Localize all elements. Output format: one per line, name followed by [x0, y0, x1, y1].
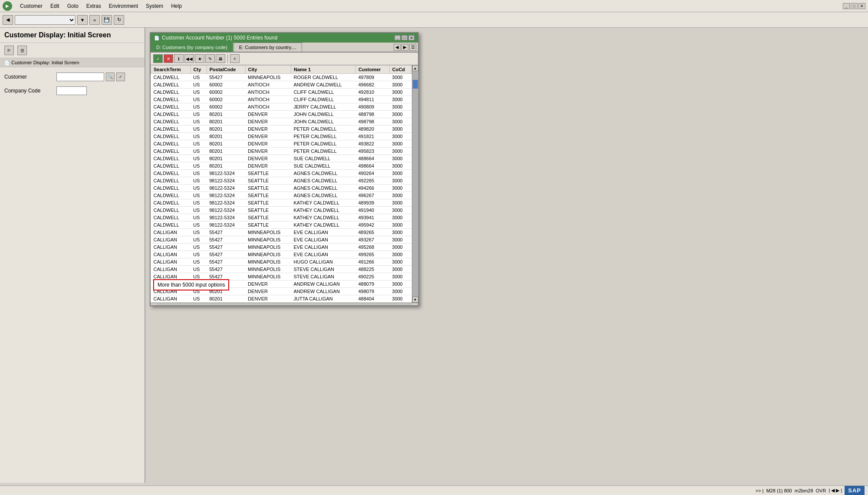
table-row[interactable]: CALLIGANUS55427MINNEAPOLISHUGO CALLIGAN4…: [151, 258, 412, 266]
col-header-searchterm[interactable]: SearchTerm: [151, 66, 191, 74]
table-row[interactable]: CALLIGANUS55427MINNEAPOLISEVE CALLIGAN49…: [151, 251, 412, 258]
customer-search-button[interactable]: 🔍: [106, 73, 115, 81]
maximize-button[interactable]: □: [851, 3, 858, 9]
tab-company-code[interactable]: D: Customers (by company code): [151, 43, 233, 52]
table-row[interactable]: CALDWELLUS98122-5324SEATTLEKATHEY CALDWE…: [151, 207, 412, 214]
table-row[interactable]: CALDWELLUS80201DENVERJOHN CALDWELL488798…: [151, 111, 412, 118]
table-row[interactable]: CALDWELLUS98122-5324SEATTLEAGNES CALDWEL…: [151, 177, 412, 185]
menu-environment[interactable]: Environment: [105, 2, 141, 10]
confirm-button[interactable]: ✓: [153, 54, 163, 63]
table-cell: 3000: [389, 214, 411, 221]
table-row[interactable]: CALDWELLUS80201DENVERPETER CALDWELL49582…: [151, 148, 412, 155]
menu-system[interactable]: System: [142, 2, 167, 10]
table-row[interactable]: CALDWELLUS80201DENVERPETER CALDWELL49182…: [151, 133, 412, 140]
scroll-down-button[interactable]: ▼: [412, 297, 418, 303]
table-cell: 55427: [207, 251, 245, 258]
modal-maximize[interactable]: □: [401, 35, 408, 40]
table-row[interactable]: CALDWELLUS98122-5324SEATTLEAGNES CALDWEL…: [151, 185, 412, 192]
toolbar-dropdown[interactable]: [15, 15, 76, 25]
table-cell: US: [191, 81, 207, 89]
table-cell: DENVER: [245, 125, 291, 133]
table-row[interactable]: CALLIGANUS55427MINNEAPOLISEVE CALLIGAN49…: [151, 236, 412, 244]
table-cell: 3000: [389, 81, 411, 89]
table-row[interactable]: CALDWELLUS80201DENVERPETER CALDWELL48982…: [151, 125, 412, 133]
table-row[interactable]: CALDWELLUS60002ANTIOCHCLIFF CALDWELL4948…: [151, 96, 412, 103]
back-button[interactable]: ◀: [3, 15, 13, 25]
app-logo: ▶: [3, 1, 12, 11]
customer-input[interactable]: [56, 73, 104, 81]
menu-customer[interactable]: Customer: [16, 2, 46, 10]
close-button[interactable]: ✕: [858, 3, 865, 9]
col-header-cty[interactable]: Cty: [191, 66, 207, 74]
company-code-input-group: [56, 86, 87, 95]
table-row[interactable]: CALLIGANUS55427MINNEAPOLISSTEVE CALLIGAN…: [151, 266, 412, 273]
toolbar-dropdown-arrow[interactable]: ▼: [77, 15, 88, 25]
table-cell: ANDREW CALLIGAN: [291, 288, 356, 295]
table-row[interactable]: CALDWELLUS80201DENVERPETER CALDWELL49382…: [151, 140, 412, 148]
table-row[interactable]: CALDWELLUS60002ANTIOCHCLIFF CALDWELL4928…: [151, 89, 412, 96]
table-cell: 3000: [389, 118, 411, 125]
table-row[interactable]: CALDWELLUS60002ANTIOCHJERRY CALDWELL4908…: [151, 103, 412, 111]
menu-extras[interactable]: Extras: [83, 2, 105, 10]
table-cell: 3000: [389, 133, 411, 140]
menu-edit[interactable]: Edit: [47, 2, 63, 10]
tab-country[interactable]: E: Customers by country....: [233, 43, 302, 52]
icon-flag[interactable]: 🏳: [4, 46, 14, 55]
icon-list[interactable]: ☰: [17, 46, 27, 55]
table-row[interactable]: CALLIGANUS55427MINNEAPOLISEVE CALLIGAN49…: [151, 244, 412, 251]
table-row[interactable]: CALDWELLUS60002ANTIOCHANDREW CALDWELL496…: [151, 81, 412, 89]
modal-minimize[interactable]: _: [395, 35, 401, 40]
modal-close[interactable]: ✕: [408, 35, 414, 40]
table-row[interactable]: CALDWELLUS80201DENVERSUE CALDWELL4886643…: [151, 155, 412, 162]
star-button[interactable]: ★: [195, 54, 204, 63]
table-row[interactable]: CALLIGANUS55427MINNEAPOLISEVE CALLIGAN48…: [151, 229, 412, 236]
table-row[interactable]: CALDWELLUS80201DENVERJOHN CALDWELL498798…: [151, 118, 412, 125]
table-row[interactable]: CALDWELLUS98122-5324SEATTLEAGNES CALDWEL…: [151, 192, 412, 199]
col-header-customer[interactable]: Customer: [355, 66, 389, 74]
table-row[interactable]: CALDWELLUS98122-5324SEATTLEAGNES CALDWEL…: [151, 170, 412, 177]
print-button[interactable]: 🖶: [216, 54, 225, 63]
vertical-scrollbar[interactable]: ▲ ▼: [412, 65, 418, 303]
table-row[interactable]: CALDWELLUS98122-5324SEATTLEKATHEY CALDWE…: [151, 214, 412, 221]
add-button[interactable]: +: [230, 54, 240, 63]
table-cell: MINNEAPOLIS: [245, 273, 291, 280]
info-button[interactable]: ℹ: [174, 54, 184, 63]
scroll-track[interactable]: [412, 71, 418, 297]
table-row[interactable]: CALDWELLUS98122-5324SEATTLEKATHEY CALDWE…: [151, 221, 412, 229]
table-cell: 3000: [389, 295, 411, 303]
minimize-button[interactable]: _: [843, 3, 850, 9]
table-cell: 494811: [355, 96, 389, 103]
customer-check-button[interactable]: ✓: [116, 73, 125, 81]
table-cell: MINNEAPOLIS: [245, 251, 291, 258]
table-row[interactable]: CALLIGANUS80201DENVERJUTTA CALLIGAN48840…: [151, 295, 412, 303]
table-row[interactable]: CALDWELLUS55427MINNEAPOLISROGER CALDWELL…: [151, 74, 412, 81]
toolbar: ◀ ▼ « 💾 ↻: [0, 12, 868, 28]
col-header-city[interactable]: City: [245, 66, 291, 74]
table-cell: 3000: [389, 74, 411, 81]
table-cell: 80201: [207, 155, 245, 162]
toolbar-save[interactable]: 💾: [102, 15, 112, 25]
cancel-button[interactable]: ✕: [164, 54, 173, 63]
status-system: M28 (1) 800: [766, 488, 792, 493]
menu-help[interactable]: Help: [168, 2, 185, 10]
edit-button[interactable]: ✎: [205, 54, 215, 63]
scroll-thumb[interactable]: [413, 80, 418, 89]
table-row[interactable]: CALDWELLUS80201DENVERSUE CALDWELL4986643…: [151, 162, 412, 170]
table-cell: KATHEY CALDWELL: [291, 199, 356, 207]
col-header-postalcode[interactable]: PostalCode: [207, 66, 245, 74]
table-cell: 490809: [355, 103, 389, 111]
tab-next-button[interactable]: ▶: [401, 44, 408, 51]
tab-menu-button[interactable]: ☰: [409, 44, 416, 51]
scroll-up-button[interactable]: ▲: [412, 65, 418, 71]
col-header-cocd[interactable]: CoCd: [389, 66, 411, 74]
tab-prev-button[interactable]: ◀: [394, 44, 401, 51]
toolbar-nav-back[interactable]: «: [89, 15, 100, 25]
company-code-input[interactable]: [56, 86, 87, 95]
table-row[interactable]: CALDWELLUS98122-5324SEATTLEKATHEY CALDWE…: [151, 199, 412, 207]
col-header-name[interactable]: Name 1: [291, 66, 356, 74]
table-cell: JUTTA CALLIGAN: [291, 295, 356, 303]
filter-button[interactable]: ◀◀: [184, 54, 194, 63]
menu-goto[interactable]: Goto: [64, 2, 82, 10]
toolbar-refresh[interactable]: ↻: [114, 15, 124, 25]
table-cell: MINNEAPOLIS: [245, 258, 291, 266]
